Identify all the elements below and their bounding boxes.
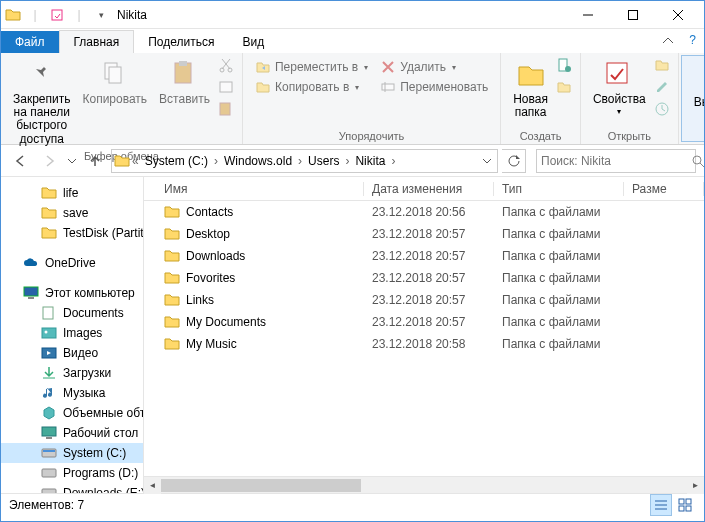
ribbon-collapse-icon[interactable] — [656, 29, 680, 53]
tree-item[interactable]: Видео — [1, 343, 143, 363]
col-name[interactable]: Имя — [144, 182, 364, 196]
tree-item[interactable]: Downloads (E:) — [1, 483, 143, 493]
svg-point-19 — [693, 156, 701, 164]
search-box[interactable] — [536, 149, 696, 173]
cut-icon[interactable] — [218, 57, 234, 73]
col-size[interactable]: Разме — [624, 182, 704, 196]
breadcrumb-segment[interactable]: Users — [304, 154, 343, 168]
item-icon — [41, 465, 57, 481]
ribbon: Закрепить на панели быстрого доступа Коп… — [1, 53, 704, 145]
scroll-thumb[interactable] — [161, 479, 361, 492]
tree-item[interactable]: Images — [1, 323, 143, 343]
svg-rect-5 — [179, 61, 187, 66]
file-row[interactable]: Fovorites 23.12.2018 20:57 Папка с файла… — [144, 267, 704, 289]
scroll-left-button[interactable]: ◄ — [144, 477, 161, 494]
file-date: 23.12.2018 20:56 — [364, 205, 494, 219]
copyto-button[interactable]: Копировать в▾ — [251, 77, 372, 97]
col-date[interactable]: Дата изменения — [364, 182, 494, 196]
svg-rect-1 — [628, 10, 637, 19]
tab-file[interactable]: Файл — [1, 31, 59, 53]
file-list[interactable]: Имя Дата изменения Тип Разме Contacts 23… — [144, 177, 704, 476]
copypath-icon[interactable] — [218, 79, 234, 95]
recent-dropdown[interactable] — [65, 149, 79, 173]
file-row[interactable]: Desktop 23.12.2018 20:57 Папка с файлами — [144, 223, 704, 245]
tree-item[interactable]: life — [1, 183, 143, 203]
tree-thispc[interactable]: Этот компьютер — [1, 283, 143, 303]
properties-icon[interactable] — [49, 7, 65, 23]
tab-view[interactable]: Вид — [228, 31, 278, 53]
properties-button[interactable]: Свойства ▾ — [589, 57, 650, 119]
paste-shortcut-icon[interactable] — [218, 101, 234, 117]
details-view-button[interactable] — [650, 494, 672, 516]
group-label: Создать — [509, 128, 572, 142]
refresh-button[interactable] — [502, 149, 526, 173]
svg-rect-3 — [109, 67, 121, 83]
moveto-button[interactable]: Переместить в▾ — [251, 57, 372, 77]
close-button[interactable] — [655, 1, 700, 29]
tree-onedrive[interactable]: OneDrive — [1, 253, 143, 273]
tree-item[interactable]: TestDisk (Partition Recovery) — [1, 223, 143, 243]
rename-icon — [380, 79, 396, 95]
tab-share[interactable]: Поделиться — [134, 31, 228, 53]
horizontal-scrollbar[interactable]: ◄ ► — [144, 476, 704, 493]
newfolder-button[interactable]: Новая папка — [509, 57, 552, 121]
chevron-right-icon[interactable]: › — [212, 154, 220, 168]
search-icon[interactable] — [691, 154, 705, 168]
paste-label: Вставить — [159, 93, 210, 106]
file-row[interactable]: Downloads 23.12.2018 20:57 Папка с файла… — [144, 245, 704, 267]
address-bar[interactable]: « System (C:)› Windows.old› Users› Nikit… — [111, 149, 498, 173]
easyaccess-icon[interactable] — [556, 79, 572, 95]
tree-item[interactable]: save — [1, 203, 143, 223]
copy-button[interactable]: Копировать — [78, 57, 151, 108]
search-input[interactable] — [541, 154, 691, 168]
forward-button[interactable] — [37, 149, 61, 173]
open-icon[interactable] — [654, 57, 670, 73]
tree-item[interactable]: System (C:) — [1, 443, 143, 463]
folder-icon — [41, 225, 57, 241]
file-row[interactable]: My Documents 23.12.2018 20:57 Папка с фа… — [144, 311, 704, 333]
rename-button[interactable]: Переименовать — [376, 77, 492, 97]
ribbon-group-new: Новая папка Создать — [501, 53, 581, 144]
file-date: 23.12.2018 20:57 — [364, 227, 494, 241]
delete-button[interactable]: Удалить▾ — [376, 57, 492, 77]
help-icon[interactable]: ? — [689, 33, 696, 47]
tree-item[interactable]: Загрузки — [1, 363, 143, 383]
thumbnails-view-button[interactable] — [674, 494, 696, 516]
breadcrumb-segment[interactable]: System (C:) — [141, 154, 212, 168]
tree-item[interactable]: Музыка — [1, 383, 143, 403]
edit-icon[interactable] — [654, 79, 670, 95]
paste-button[interactable]: Вставить — [155, 57, 214, 108]
back-button[interactable] — [9, 149, 33, 173]
breadcrumb-segment[interactable]: Nikita — [351, 154, 389, 168]
tree-item[interactable]: Рабочий стол — [1, 423, 143, 443]
qat-dropdown-icon[interactable]: ▾ — [93, 7, 109, 23]
tree-item[interactable]: Объемные объекты — [1, 403, 143, 423]
scroll-right-button[interactable]: ► — [687, 477, 704, 494]
chevron-right-icon[interactable]: › — [296, 154, 304, 168]
breadcrumb-segment[interactable]: Windows.old — [220, 154, 296, 168]
up-button[interactable] — [83, 149, 107, 173]
col-type[interactable]: Тип — [494, 182, 624, 196]
address-dropdown-icon[interactable] — [479, 149, 495, 173]
item-count: Элементов: 7 — [9, 498, 84, 512]
chevron-right-icon[interactable]: › — [389, 154, 397, 168]
newitem-icon[interactable] — [556, 57, 572, 73]
tree-item[interactable]: Programs (D:) — [1, 463, 143, 483]
file-name: Desktop — [186, 227, 230, 241]
pin-button[interactable]: Закрепить на панели быстрого доступа — [9, 57, 74, 148]
minimize-button[interactable] — [565, 1, 610, 29]
main-pane: life save TestDisk (Partition Recovery) … — [1, 177, 704, 493]
folder-icon — [41, 185, 57, 201]
history-icon[interactable] — [654, 101, 670, 117]
folder-icon — [164, 248, 180, 264]
tab-home[interactable]: Главная — [59, 30, 135, 53]
file-row[interactable]: My Music 23.12.2018 20:58 Папка с файлам… — [144, 333, 704, 355]
file-row[interactable]: Contacts 23.12.2018 20:56 Папка с файлам… — [144, 201, 704, 223]
maximize-button[interactable] — [610, 1, 655, 29]
chevron-right-icon[interactable]: › — [343, 154, 351, 168]
file-row[interactable]: Links 23.12.2018 20:57 Папка с файлами — [144, 289, 704, 311]
navigation-tree[interactable]: life save TestDisk (Partition Recovery) … — [1, 177, 144, 493]
chevron-left-icon[interactable]: « — [130, 154, 141, 168]
select-button[interactable]: Выделить ▾ — [690, 60, 705, 122]
tree-item[interactable]: Documents — [1, 303, 143, 323]
